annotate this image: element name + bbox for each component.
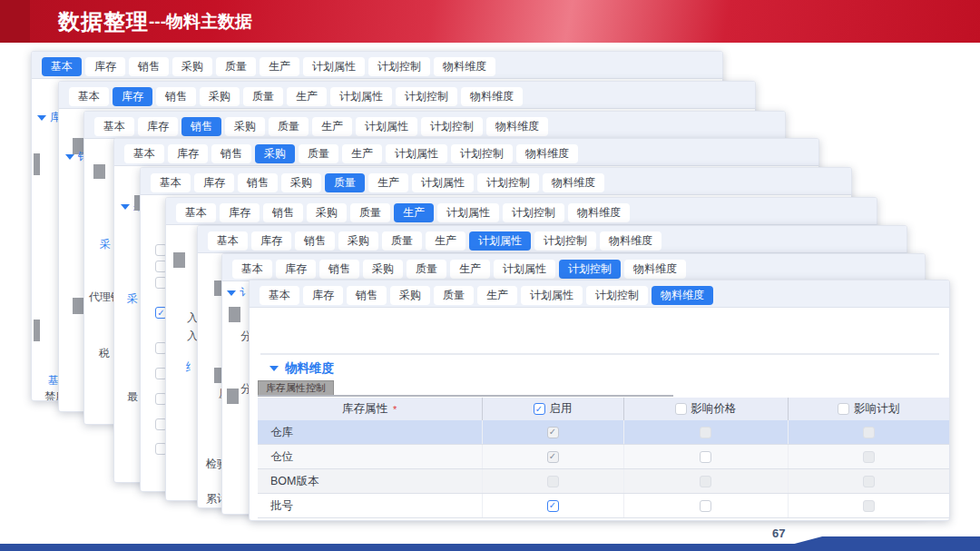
tab-quality[interactable]: 质量 xyxy=(350,203,390,222)
tab-basic[interactable]: 基本 xyxy=(42,57,82,76)
tab-purchase[interactable]: 采购 xyxy=(172,57,212,76)
affects-price-checkbox[interactable] xyxy=(700,451,711,463)
tab-sales[interactable]: 销售 xyxy=(347,286,387,305)
tab-purchase[interactable]: 采购 xyxy=(307,203,347,222)
tab-material-dimension[interactable]: 物料维度 xyxy=(434,57,495,76)
tab-planning-control[interactable]: 计划控制 xyxy=(559,260,621,279)
tab-material-dimension[interactable]: 物料维度 xyxy=(461,87,523,106)
header-checkbox[interactable] xyxy=(838,403,849,415)
tab-production[interactable]: 生产 xyxy=(287,87,327,106)
table-row[interactable]: 批号✓ xyxy=(258,494,949,518)
tab-production[interactable]: 生产 xyxy=(368,173,408,192)
tab-basic[interactable]: 基本 xyxy=(232,260,272,279)
tab-purchase[interactable]: 采购 xyxy=(200,87,240,106)
tab-basic[interactable]: 基本 xyxy=(69,87,109,106)
tab-bar: 基本库存销售采购质量生产计划属性计划控制物料维度 xyxy=(32,52,722,79)
tab-planning-attribute[interactable]: 计划属性 xyxy=(386,144,447,163)
tab-planning-control[interactable]: 计划控制 xyxy=(451,144,513,163)
tab-purchase[interactable]: 采购 xyxy=(225,117,265,136)
tab-inventory[interactable]: 库存 xyxy=(168,144,208,163)
column-header-label: 影响计划 xyxy=(854,401,899,417)
tab-material-dimension[interactable]: 物料维度 xyxy=(516,144,578,163)
tab-sales[interactable]: 销售 xyxy=(319,260,359,279)
tab-sales[interactable]: 销售 xyxy=(263,203,303,222)
material-dimension-section-header[interactable]: 物料维度 xyxy=(270,360,334,377)
tab-quality[interactable]: 质量 xyxy=(269,117,309,136)
tab-purchase[interactable]: 采购 xyxy=(390,286,430,305)
tab-planning-attribute[interactable]: 计划属性 xyxy=(303,57,365,76)
tab-basic[interactable]: 基本 xyxy=(260,286,299,305)
affects-price-checkbox[interactable] xyxy=(700,500,711,512)
gray-square-icon xyxy=(173,252,185,268)
tab-production[interactable]: 生产 xyxy=(312,117,352,136)
tab-production[interactable]: 生产 xyxy=(394,203,434,222)
tab-basic[interactable]: 基本 xyxy=(124,144,164,163)
tab-material-dimension[interactable]: 物料维度 xyxy=(624,260,686,279)
table-row[interactable]: 仓位✓ xyxy=(258,445,949,469)
tab-inventory[interactable]: 库存 xyxy=(303,286,343,305)
tab-inventory[interactable]: 库存 xyxy=(220,203,260,222)
tab-inventory[interactable]: 库存 xyxy=(276,260,316,279)
tab-production[interactable]: 生产 xyxy=(450,260,490,279)
tab-basic[interactable]: 基本 xyxy=(176,203,216,222)
tab-material-dimension[interactable]: 物料维度 xyxy=(600,231,662,251)
tab-quality[interactable]: 质量 xyxy=(382,231,422,251)
tab-quality[interactable]: 质量 xyxy=(325,173,365,192)
tab-planning-attribute[interactable]: 计划属性 xyxy=(494,260,555,279)
tab-quality[interactable]: 质量 xyxy=(407,260,446,279)
tab-planning-attribute[interactable]: 计划属性 xyxy=(412,173,474,192)
tab-production[interactable]: 生产 xyxy=(426,231,466,251)
tab-inventory[interactable]: 库存 xyxy=(138,117,178,136)
tab-sales[interactable]: 销售 xyxy=(211,144,251,163)
tab-planning-attribute[interactable]: 计划属性 xyxy=(330,87,392,106)
tab-sales[interactable]: 销售 xyxy=(295,231,335,251)
tab-purchase[interactable]: 采购 xyxy=(255,144,295,163)
tab-planning-control[interactable]: 计划控制 xyxy=(534,231,596,251)
tab-planning-control[interactable]: 计划控制 xyxy=(396,87,457,106)
tab-basic[interactable]: 基本 xyxy=(151,173,191,192)
tab-inventory[interactable]: 库存 xyxy=(113,87,152,106)
page-title-sub: ---物料主数据 xyxy=(149,10,252,34)
tab-sales[interactable]: 销售 xyxy=(156,87,196,106)
header-checkbox[interactable] xyxy=(675,403,687,415)
tab-inventory[interactable]: 库存 xyxy=(251,231,291,251)
tab-planning-control[interactable]: 计划控制 xyxy=(421,117,483,136)
tab-purchase[interactable]: 采购 xyxy=(338,231,378,251)
tab-production[interactable]: 生产 xyxy=(260,57,299,76)
table-row[interactable]: BOM版本 xyxy=(258,469,949,494)
tab-material-dimension[interactable]: 物料维度 xyxy=(486,117,548,136)
tab-purchase[interactable]: 采购 xyxy=(363,260,403,279)
tab-planning-control[interactable]: 计划控制 xyxy=(368,57,430,76)
tab-planning-attribute[interactable]: 计划属性 xyxy=(469,231,531,251)
tab-inventory[interactable]: 库存 xyxy=(194,173,234,192)
tab-quality[interactable]: 质量 xyxy=(243,87,283,106)
tab-sales[interactable]: 销售 xyxy=(238,173,278,192)
tab-planning-control[interactable]: 计划控制 xyxy=(477,173,539,192)
tab-quality[interactable]: 质量 xyxy=(434,286,474,305)
header-checkbox[interactable]: ✓ xyxy=(534,403,545,415)
inventory-attribute-table: 库存属性*✓启用影响价格影响计划仓库✓仓位✓BOM版本批号✓ xyxy=(258,398,949,518)
tab-material-dimension[interactable]: 物料维度 xyxy=(568,203,630,222)
tab-material-dimension[interactable]: 物料维度 xyxy=(543,173,604,192)
tab-purchase[interactable]: 采购 xyxy=(281,173,321,192)
tab-basic[interactable]: 基本 xyxy=(94,117,134,136)
tab-planning-attribute[interactable]: 计划属性 xyxy=(521,286,583,305)
subtab-inventory-attribute-control[interactable]: 库存属性控制 xyxy=(258,380,334,395)
tab-basic[interactable]: 基本 xyxy=(208,231,248,251)
tab-production[interactable]: 生产 xyxy=(342,144,382,163)
section-expand-triangle-icon[interactable]: 讠 xyxy=(227,285,250,300)
tab-planning-control[interactable]: 计划控制 xyxy=(503,203,564,222)
tab-quality[interactable]: 质量 xyxy=(299,144,338,163)
table-row[interactable]: 仓库✓ xyxy=(258,420,949,445)
tab-material-dimension[interactable]: 物料维度 xyxy=(652,286,713,305)
tab-planning-attribute[interactable]: 计划属性 xyxy=(356,117,417,136)
tab-planning-attribute[interactable]: 计划属性 xyxy=(437,203,499,222)
tab-planning-control[interactable]: 计划控制 xyxy=(586,286,648,305)
tab-sales[interactable]: 销售 xyxy=(181,117,221,136)
label-fragment: 采 xyxy=(127,291,138,307)
enabled-checkbox[interactable]: ✓ xyxy=(547,500,559,512)
tab-sales[interactable]: 销售 xyxy=(129,57,169,76)
tab-production[interactable]: 生产 xyxy=(477,286,517,305)
tab-inventory[interactable]: 库存 xyxy=(85,57,125,76)
tab-quality[interactable]: 质量 xyxy=(216,57,256,76)
